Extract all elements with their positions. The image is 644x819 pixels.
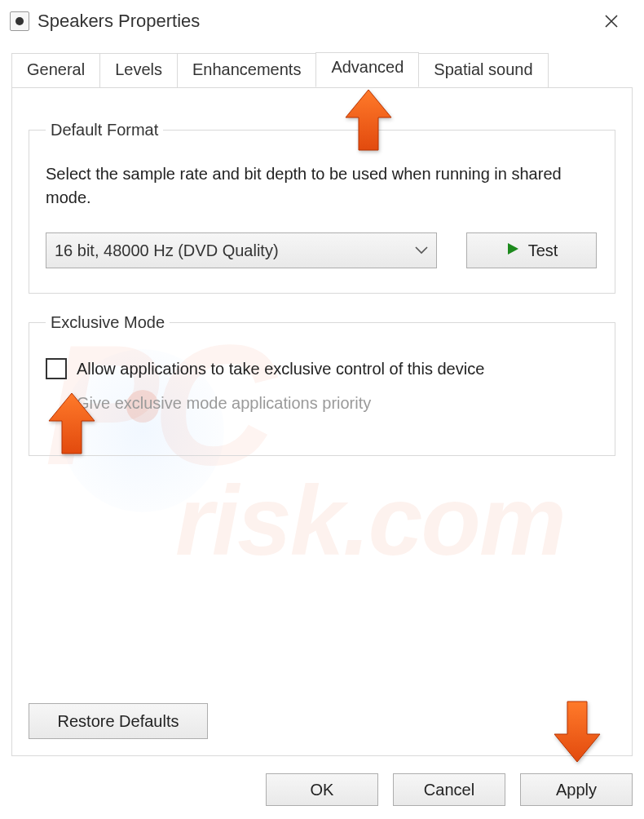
sample-rate-dropdown[interactable]: 16 bit, 48000 Hz (DVD Quality) [46,232,437,268]
tab-strip: General Levels Enhancements Advanced Spa… [11,52,633,87]
tab-advanced[interactable]: Advanced [315,52,419,87]
cancel-button[interactable]: Cancel [393,773,505,806]
speaker-icon [10,11,29,31]
ok-label: OK [311,781,334,799]
apply-button[interactable]: Apply [520,773,633,806]
legend-default-format: Default Format [46,121,163,139]
group-default-format: Default Format Select the sample rate an… [29,121,615,294]
dialog-button-row: OK Cancel Apply [266,773,633,806]
allow-exclusive-checkbox[interactable] [46,358,67,379]
restore-defaults-button[interactable]: Restore Defaults [29,703,208,739]
allow-exclusive-label[interactable]: Allow applications to take exclusive con… [77,360,484,379]
close-icon [604,10,619,33]
tab-levels[interactable]: Levels [99,53,178,88]
group-exclusive-mode: Exclusive Mode Allow applications to tak… [29,313,615,456]
tab-general[interactable]: General [11,53,100,88]
window-title: Speakers Properties [37,11,589,32]
tab-panel-advanced: PCrisk.com Default Format Select the sam… [11,87,633,756]
test-button[interactable]: Test [466,232,597,268]
play-icon [505,241,520,260]
test-button-label: Test [528,241,558,260]
apply-label: Apply [556,781,597,799]
titlebar: Speakers Properties [0,0,644,42]
ok-button[interactable]: OK [266,773,378,806]
exclusive-priority-label: Give exclusive mode applications priorit… [77,394,371,413]
tab-spatial-sound[interactable]: Spatial sound [418,53,548,88]
restore-defaults-label: Restore Defaults [58,712,179,731]
chevron-down-icon [415,246,428,255]
tab-enhancements[interactable]: Enhancements [177,53,316,88]
sample-rate-selected: 16 bit, 48000 Hz (DVD Quality) [55,241,279,260]
legend-exclusive-mode: Exclusive Mode [46,313,170,332]
default-format-description: Select the sample rate and bit depth to … [46,162,598,210]
close-button[interactable] [589,0,634,42]
cancel-label: Cancel [424,781,474,799]
